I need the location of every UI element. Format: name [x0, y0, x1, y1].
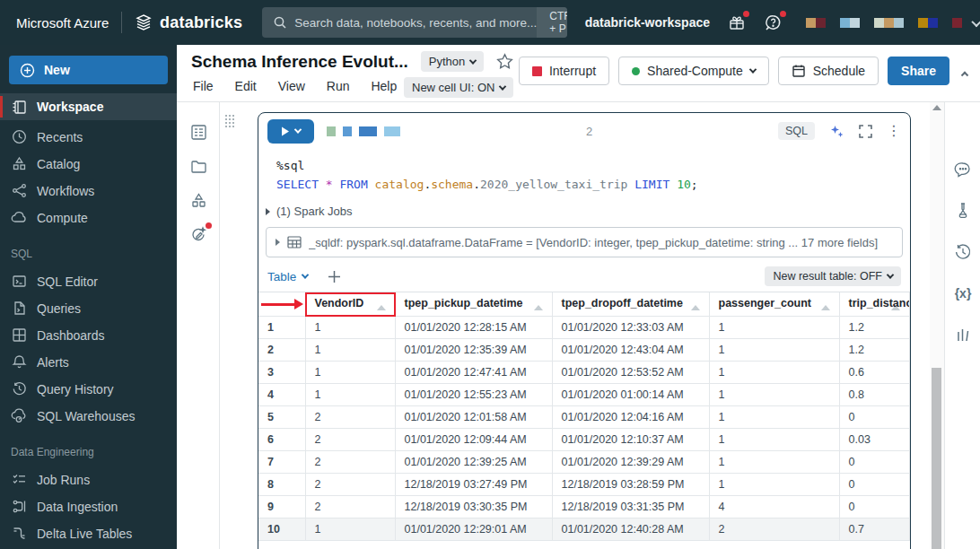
run-cell-button[interactable] [267, 119, 314, 144]
code-editor[interactable]: %sql SELECT * FROM catalog.schema.2020_y… [258, 149, 910, 203]
sidebar-item-query-history[interactable]: Query History [0, 376, 177, 402]
table-row[interactable]: 3101/01/2020 12:47:41 AM01/01/2020 12:53… [258, 361, 910, 383]
table-cell: 01/01/2020 12:39:25 AM [395, 450, 552, 473]
collapse-header-chevron-up-icon[interactable] [962, 63, 967, 79]
folder-icon[interactable] [177, 149, 220, 183]
variables-icon[interactable]: {x} [945, 273, 980, 314]
account-chevron-down-icon[interactable] [973, 14, 980, 30]
cell-language-badge[interactable]: SQL [778, 122, 815, 140]
table-view-tab[interactable]: Table [267, 270, 308, 283]
row-number: 4 [258, 383, 305, 405]
table-row[interactable]: 2101/01/2020 12:35:39 AM01/01/2020 12:43… [258, 338, 910, 361]
sidebar-item-label: Workflows [37, 184, 94, 198]
menu-help[interactable]: Help [371, 79, 397, 93]
table-row[interactable]: 6201/01/2020 12:09:44 AM01/01/2020 12:10… [258, 428, 910, 450]
scroll-up-arrow-icon[interactable] [932, 105, 941, 110]
workspace-name[interactable]: databrick-workspace [585, 15, 710, 30]
notebook-title[interactable]: Schema Inference Evolut... [191, 52, 408, 72]
menu-file[interactable]: File [193, 79, 214, 93]
table-row[interactable]: 9212/18/2019 03:30:35 PM12/18/2019 03:31… [258, 495, 910, 518]
libraries-icon[interactable] [945, 314, 980, 355]
global-search-input[interactable]: Search data, notebooks, recents, and mor… [262, 7, 567, 38]
sidebar-item-recents[interactable]: Recents [0, 124, 177, 150]
row-number: 3 [258, 361, 305, 383]
sidebar-item-delta-live-tables[interactable]: Delta Live Tables [0, 520, 177, 546]
table-row[interactable]: 10101/01/2020 12:29:01 AM01/01/2020 12:4… [258, 518, 910, 540]
menu-run[interactable]: Run [327, 79, 350, 93]
column-header-tpep_pickup_datetime[interactable]: tpep_pickup_datetime [395, 292, 552, 316]
table-row[interactable]: 1101/01/2020 12:28:15 AM01/01/2020 12:33… [258, 316, 910, 338]
scrollbar-thumb[interactable] [932, 368, 941, 549]
whats-new-gift-icon[interactable] [728, 13, 746, 31]
sidebar-item-catalog[interactable]: Catalog [0, 151, 177, 177]
assistant-icon[interactable] [177, 217, 220, 251]
sidebar-item-sql-warehouses[interactable]: SQL Warehouses [0, 403, 177, 429]
sort-triangle-icon[interactable] [691, 305, 700, 310]
collapse-triangle-icon [276, 239, 280, 246]
column-header-vendorid[interactable]: VendorID [305, 292, 395, 316]
table-row[interactable]: 8212/18/2019 03:27:49 PM12/18/2019 03:28… [258, 473, 910, 495]
sidebar-item-workflows[interactable]: Workflows [0, 178, 177, 204]
column-header-tpep_dropoff_datetime[interactable]: tpep_dropoff_datetime [552, 292, 709, 316]
run-options-chevron-down-icon [294, 126, 302, 133]
sidebar-item-label: Recents [37, 130, 83, 144]
catalog-panel-icon[interactable] [177, 183, 220, 217]
assistant-sparkles-icon[interactable] [829, 124, 844, 139]
row-number: 8 [258, 473, 305, 495]
cell-drag-handle[interactable] [225, 115, 236, 129]
schedule-button[interactable]: Schedule [778, 57, 879, 85]
experiments-icon[interactable] [945, 190, 980, 231]
new-result-table-toggle[interactable]: New result table: OFF [765, 266, 901, 286]
sidebar-item-dashboards[interactable]: Dashboards [0, 322, 177, 348]
topbar-divider [121, 12, 122, 33]
spark-jobs-toggle[interactable]: (1) Spark Jobs [258, 203, 910, 225]
interrupt-button[interactable]: Interrupt [519, 57, 609, 85]
expand-cell-icon[interactable] [859, 125, 872, 138]
sidebar-item-workspace[interactable]: Workspace [0, 93, 177, 120]
sidebar-item-job-runs[interactable]: Job Runs [0, 466, 177, 492]
cell-menu-kebab-icon[interactable]: ⋮ [887, 126, 901, 135]
column-header-passenger_count[interactable]: passenger_count [709, 292, 839, 316]
sqldf-dataframe-row[interactable]: _sqldf: pyspark.sql.dataframe.DataFrame … [266, 227, 903, 257]
language-selector[interactable]: Python [421, 51, 484, 72]
row-number: 2 [258, 338, 305, 361]
dataframe-table-icon [287, 236, 302, 248]
comments-icon[interactable] [945, 149, 980, 190]
column-header-trip_distance[interactable]: trip_distance [839, 292, 910, 316]
table-cell: 2 [305, 428, 395, 450]
table-row[interactable]: 4101/01/2020 12:55:23 AM01/01/2020 01:00… [258, 383, 910, 405]
compute-selector[interactable]: Shared-Compute [618, 57, 769, 85]
attached-status-icon [632, 67, 640, 75]
sidebar-item-compute[interactable]: Compute [0, 205, 177, 231]
row-number: 1 [258, 316, 305, 338]
menu-view[interactable]: View [278, 79, 305, 93]
main-scrollbar[interactable] [930, 102, 944, 549]
sort-triangle-icon[interactable] [821, 305, 830, 310]
sort-triangle-icon[interactable] [377, 305, 386, 310]
workflows-icon [11, 183, 27, 198]
brand-name: databricks [160, 13, 242, 32]
sidebar-item-alerts[interactable]: Alerts [0, 349, 177, 375]
databricks-logo[interactable]: databricks [135, 13, 242, 32]
table-of-contents-icon[interactable] [177, 115, 220, 149]
version-history-icon[interactable] [945, 231, 980, 273]
avatar-square-group [840, 18, 860, 28]
table-row[interactable]: 5201/01/2020 12:01:58 AM01/01/2020 12:04… [258, 405, 910, 428]
account-avatar[interactable] [806, 18, 962, 28]
add-visualization-button[interactable] [328, 270, 341, 283]
table-row[interactable]: 7201/01/2020 12:39:25 AM01/01/2020 12:39… [258, 450, 910, 473]
favorite-star-icon[interactable] [496, 53, 513, 70]
table-cell: 1.2 [839, 316, 910, 338]
share-button[interactable]: Share [888, 57, 949, 85]
sort-triangle-icon[interactable] [534, 305, 543, 310]
result-table[interactable]: VendorIDtpep_pickup_datetimetpep_dropoff… [258, 292, 910, 541]
sidebar-item-sql-editor[interactable]: SQL Editor [0, 268, 177, 294]
job-runs-icon [11, 472, 27, 487]
table-cell: 01/01/2020 12:33:03 AM [552, 316, 709, 338]
menu-edit[interactable]: Edit [235, 79, 257, 93]
new-button[interactable]: New [9, 56, 168, 84]
sidebar-item-queries[interactable]: Queries [0, 295, 177, 321]
new-cell-ui-toggle[interactable]: New cell UI: ON [404, 77, 513, 98]
sidebar-item-data-ingestion[interactable]: Data Ingestion [0, 493, 177, 519]
help-icon[interactable] [764, 13, 783, 32]
